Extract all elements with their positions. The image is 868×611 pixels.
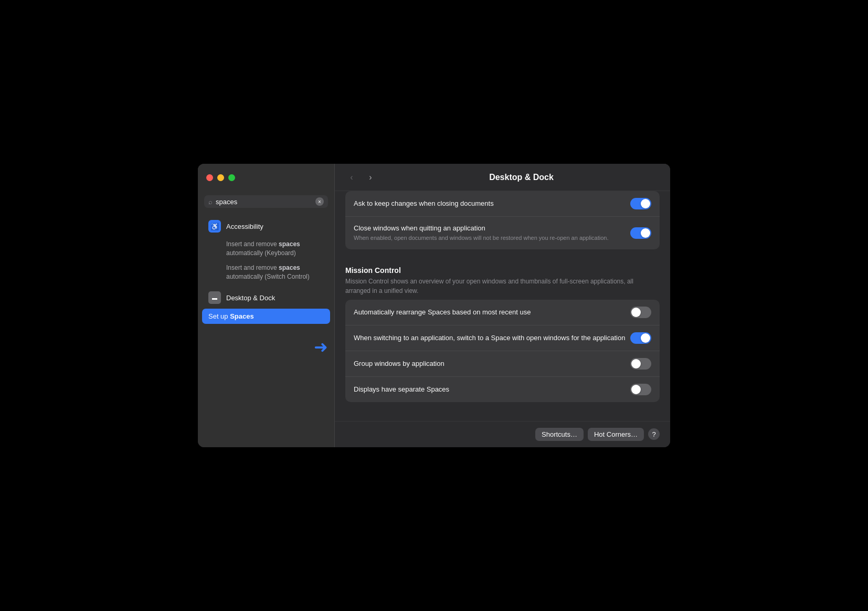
bottom-bar: Shortcuts… Hot Corners… ?: [335, 421, 670, 447]
search-clear-button[interactable]: ×: [315, 197, 324, 206]
desktop-dock-label: Desktop & Dock: [226, 294, 275, 302]
hot-corners-button[interactable]: Hot Corners…: [588, 428, 644, 441]
toggle-ask-keep[interactable]: [630, 198, 651, 209]
ask-keep-label: Ask to keep changes when closing documen…: [354, 199, 630, 208]
toggle-switch-space[interactable]: [630, 332, 651, 344]
mission-control-desc: Mission Control shows an overview of you…: [345, 277, 660, 296]
toggle-knob-close-windows: [641, 228, 650, 238]
switch-space-label: When switching to an application, switch…: [354, 333, 630, 343]
sidebar-item-desktop-dock[interactable]: ▬ Desktop & Dock: [202, 288, 330, 308]
rearrange-spaces-label: Automatically rearrange Spaces based on …: [354, 308, 630, 317]
settings-row-ask-keep: Ask to keep changes when closing documen…: [345, 191, 660, 217]
toggle-knob-separate-spaces: [631, 385, 641, 394]
toggle-separate-spaces[interactable]: [630, 384, 651, 395]
search-input[interactable]: [216, 198, 312, 206]
maximize-button[interactable]: [228, 174, 235, 181]
close-windows-text: Close windows when quitting an applicati…: [354, 224, 630, 243]
right-arrow-icon: ➜: [314, 339, 328, 355]
separate-spaces-text: Displays have separate Spaces: [354, 385, 630, 394]
group-windows-text: Group windows by application: [354, 359, 630, 368]
shortcuts-button[interactable]: Shortcuts…: [535, 428, 584, 441]
sidebar-sub-item-switch-spaces[interactable]: Insert and remove spaces automatically (…: [202, 261, 330, 284]
help-button[interactable]: ?: [648, 428, 660, 440]
forward-button[interactable]: ›: [364, 171, 377, 184]
toggle-knob-rearrange: [631, 308, 641, 317]
sidebar-sub-label-keyboard: Insert and remove spaces automatically (…: [226, 240, 324, 258]
settings-row-close-windows: Close windows when quitting an applicati…: [345, 217, 660, 249]
page-title: Desktop & Dock: [383, 173, 660, 182]
documents-card: Ask to keep changes when closing documen…: [345, 191, 660, 249]
close-windows-label: Close windows when quitting an applicati…: [354, 224, 630, 233]
sidebar-item-accessibility[interactable]: ♿ Accessibility: [202, 216, 330, 236]
sidebar-content: ♿ Accessibility Insert and remove spaces…: [198, 214, 334, 447]
toggle-group-windows[interactable]: [630, 358, 651, 370]
ask-keep-text: Ask to keep changes when closing documen…: [354, 199, 630, 208]
group-windows-label: Group windows by application: [354, 359, 630, 368]
toggle-knob-group-windows: [631, 359, 641, 368]
settings-row-switch-space: When switching to an application, switch…: [345, 325, 660, 351]
mission-control-title: Mission Control: [345, 266, 660, 275]
rearrange-spaces-text: Automatically rearrange Spaces based on …: [354, 308, 630, 317]
search-box[interactable]: ⌕ ×: [204, 195, 328, 208]
sidebar-sub-label-switch: Insert and remove spaces automatically (…: [226, 264, 324, 281]
main-window: ⌕ × ♿ Accessibility Insert and remove sp…: [198, 164, 670, 447]
titlebar: [198, 164, 334, 191]
settings-row-group-windows: Group windows by application: [345, 351, 660, 377]
accessibility-label: Accessibility: [226, 223, 263, 230]
sidebar-item-set-up-spaces[interactable]: Set up Spaces: [202, 309, 330, 324]
switch-space-text: When switching to an application, switch…: [354, 333, 630, 343]
back-button[interactable]: ‹: [345, 171, 358, 184]
set-up-spaces-label: Set up Spaces: [208, 312, 254, 320]
close-windows-desc: When enabled, open documents and windows…: [354, 234, 630, 242]
accessibility-icon: ♿: [208, 220, 221, 233]
minimize-button[interactable]: [217, 174, 224, 181]
settings-row-rearrange-spaces: Automatically rearrange Spaces based on …: [345, 300, 660, 325]
mission-control-header: Mission Control Mission Control shows an…: [345, 258, 660, 300]
toggle-knob-switch-space: [641, 333, 650, 343]
sidebar: ⌕ × ♿ Accessibility Insert and remove sp…: [198, 164, 334, 447]
toggle-rearrange-spaces[interactable]: [630, 307, 651, 318]
arrow-container: ➜: [198, 328, 334, 366]
toggle-knob-ask-keep: [641, 199, 650, 208]
main-header: ‹ › Desktop & Dock: [335, 164, 670, 191]
desktop-dock-section: ▬ Desktop & Dock Set up Spaces: [198, 288, 334, 324]
search-icon: ⌕: [208, 198, 213, 206]
main-panel: ‹ › Desktop & Dock Ask to keep changes w…: [334, 164, 670, 447]
separate-spaces-label: Displays have separate Spaces: [354, 385, 630, 394]
accessibility-section: ♿ Accessibility Insert and remove spaces…: [198, 216, 334, 283]
settings-row-separate-spaces: Displays have separate Spaces: [345, 377, 660, 402]
desktop-dock-icon: ▬: [208, 291, 221, 304]
close-button[interactable]: [206, 174, 213, 181]
sidebar-sub-item-keyboard-spaces[interactable]: Insert and remove spaces automatically (…: [202, 237, 330, 260]
toggle-close-windows[interactable]: [630, 227, 651, 239]
main-content: Ask to keep changes when closing documen…: [335, 191, 670, 421]
mission-control-card: Automatically rearrange Spaces based on …: [345, 300, 660, 402]
